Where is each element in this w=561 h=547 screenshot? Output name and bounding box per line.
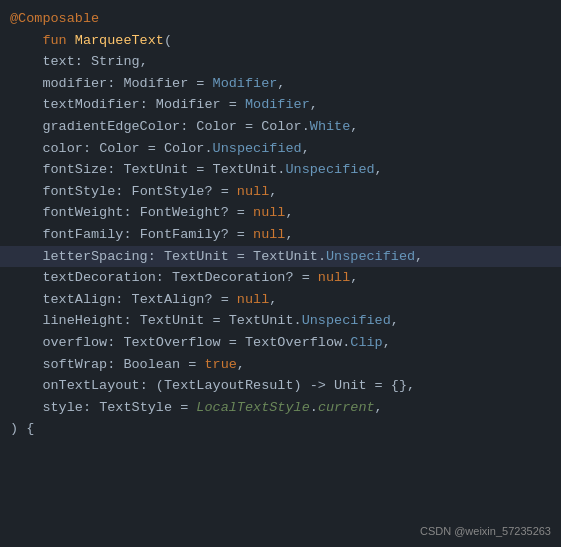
line-letterSpacing-param: letterSpacing : TextUnit = TextUnit . Un…: [0, 246, 561, 268]
line-modifier-param: modifier : Modifier = Modifier ,: [0, 73, 561, 95]
line-textModifier-param: textModifier : Modifier = Modifier ,: [0, 94, 561, 116]
line-textDecoration-param: textDecoration : TextDecoration ? = null…: [0, 267, 561, 289]
line-overflow-param: overflow : TextOverflow = TextOverflow .…: [0, 332, 561, 354]
line-onTextLayout-param: onTextLayout : ( TextLayoutResult ) -> U…: [0, 375, 561, 397]
line-fontStyle-param: fontStyle : FontStyle ? = null ,: [0, 181, 561, 203]
func-name: MarqueeText: [75, 30, 164, 52]
line-color-param: color : Color = Color . Unspecified ,: [0, 138, 561, 160]
code-block: @Composable fun MarqueeText ( text : Str…: [0, 0, 561, 547]
line-fontSize-param: fontSize : TextUnit = TextUnit . Unspeci…: [0, 159, 561, 181]
line-text-param: text : String ,: [0, 51, 561, 73]
line-fontWeight-param: fontWeight : FontWeight ? = null ,: [0, 202, 561, 224]
line-style-param: style : TextStyle = LocalTextStyle . cur…: [0, 397, 561, 419]
annotation-text: @Composable: [10, 8, 99, 30]
indent: [10, 30, 42, 52]
line-gradientEdgeColor-param: gradientEdgeColor : Color = Color . Whit…: [0, 116, 561, 138]
watermark: CSDN @weixin_57235263: [420, 523, 551, 541]
line-annotation: @Composable: [0, 8, 561, 30]
line-closing: ) {: [0, 418, 561, 440]
line-fun-decl: fun MarqueeText (: [0, 30, 561, 52]
line-softWrap-param: softWrap : Boolean = true ,: [0, 354, 561, 376]
line-fontFamily-param: fontFamily : FontFamily ? = null ,: [0, 224, 561, 246]
line-textAlign-param: textAlign : TextAlign ? = null ,: [0, 289, 561, 311]
line-lineHeight-param: lineHeight : TextUnit = TextUnit . Unspe…: [0, 310, 561, 332]
paren-open: (: [164, 30, 172, 52]
keyword-fun: fun: [42, 30, 74, 52]
